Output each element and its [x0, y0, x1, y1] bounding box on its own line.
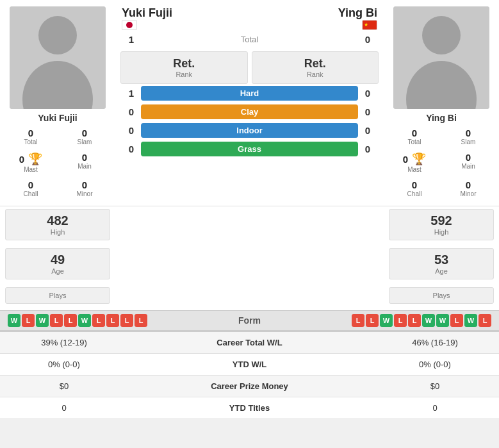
form-label: Form [238, 315, 261, 326]
right-rank-val: Ret. [256, 57, 375, 71]
comparison-layout: Yuki Fujii 0 Total 0 Slam 0 🏆 Mast [0, 0, 499, 206]
middle-column: Yuki Fujii Ying Bi 1 Total 0 R [115, 0, 384, 206]
right-minor-cell: 0 Minor [441, 178, 495, 199]
right-minor-val: 0 [441, 179, 495, 190]
form-badge-w: W [78, 314, 91, 327]
right-age-box: 53 Age [389, 248, 494, 279]
left-main-cell: 0 Main [58, 150, 111, 175]
left-hard-score: 1 [122, 88, 141, 99]
stats-row-2: $0Career Prize Money$0 [0, 376, 499, 397]
left-minor-val: 0 [58, 179, 111, 190]
right-high-val: 592 [396, 213, 487, 228]
left-player-name: Yuki Fujii [38, 113, 77, 123]
left-rank-lbl: Rank [125, 71, 243, 78]
left-player-photo [10, 6, 106, 109]
right-rank-panel: Ret. Rank [252, 51, 379, 84]
stats-right-3: 0 [371, 397, 499, 419]
form-badge-w: W [436, 314, 449, 327]
right-total-score: 0 [358, 34, 377, 45]
right-minor-lbl: Minor [441, 190, 495, 197]
left-plays-box: Plays [5, 287, 110, 304]
form-badge-w: W [464, 314, 477, 327]
hard-surface-row: 1 Hard 0 [115, 84, 384, 103]
stats-table: 39% (12-19)Career Total W/L46% (16-19)0%… [0, 332, 499, 419]
stats-left-2: $0 [0, 376, 128, 397]
right-chall-cell: 0 Chall [388, 178, 441, 199]
stats-right-0: 46% (16-19) [371, 332, 499, 354]
clay-surface-row: 0 Clay 0 [115, 103, 384, 121]
left-main-lbl: Main [58, 163, 111, 170]
clay-surface-badge: Clay [141, 104, 358, 119]
right-main-val: 0 [441, 152, 495, 163]
right-mast-lbl: Mast [388, 166, 441, 173]
right-clay-score: 0 [358, 106, 377, 117]
right-grass-score: 0 [358, 144, 377, 154]
china-flag-icon [362, 20, 377, 30]
left-slam-cell: 0 Slam [58, 126, 111, 147]
total-surface-row: 1 Total 0 [115, 33, 384, 46]
left-stats-bot: 0 Chall 0 Minor [4, 178, 111, 199]
form-badge-w: W [8, 314, 20, 327]
stats-row-3: 0YTD Titles0 [0, 397, 499, 419]
right-player-name: Ying Bi [426, 113, 457, 123]
form-badge-l: L [450, 314, 463, 327]
form-badge-l: L [106, 314, 119, 327]
stats-row-0: 39% (12-19)Career Total W/L46% (16-19) [0, 332, 499, 354]
form-badge-l: L [135, 314, 147, 327]
right-slam-cell: 0 Slam [441, 126, 495, 147]
form-badge-l: L [50, 314, 63, 327]
right-high-box: 592 High [389, 209, 494, 240]
right-total-val: 0 [388, 128, 441, 138]
stats-center-3: YTD Titles [128, 397, 371, 419]
left-header-block: Yuki Fujii [122, 6, 172, 30]
stats-right-1: 0% (0-0) [371, 354, 499, 376]
left-high-lbl: High [12, 228, 103, 236]
left-minor-cell: 0 Minor [58, 178, 111, 199]
right-high-lbl: High [396, 228, 487, 236]
form-badge-l: L [408, 314, 421, 327]
right-stats-bot: 0 Chall 0 Minor [388, 178, 495, 199]
left-mast-val: 0 [19, 154, 24, 165]
stats-left-1: 0% (0-0) [0, 354, 128, 376]
right-plays-lbl: Plays [396, 292, 487, 299]
stats-center-1: YTD W/L [128, 354, 371, 376]
left-slam-val: 0 [58, 128, 111, 138]
stats-left-3: 0 [0, 397, 128, 419]
left-form-badges: WLWLLWLLLL [8, 314, 147, 327]
left-total-lbl: Total [4, 138, 58, 145]
left-name-header: Yuki Fujii [122, 6, 172, 20]
surface-rows: 1 Hard 0 0 Clay 0 0 Indoor 0 0 Grass [115, 84, 384, 158]
indoor-surface-row: 0 Indoor 0 [115, 121, 384, 140]
right-age-lbl: Age [396, 267, 487, 275]
right-plays-box: Plays [389, 287, 494, 304]
svg-point-1 [38, 16, 77, 54]
right-chall-lbl: Chall [388, 190, 441, 197]
right-trophy-row: 0 🏆 [388, 152, 441, 166]
left-chall-val: 0 [4, 179, 58, 190]
stats-left-0: 39% (12-19) [0, 332, 128, 354]
left-chall-lbl: Chall [4, 190, 58, 197]
left-total-score: 1 [122, 34, 141, 45]
left-mast-cell: 0 🏆 Mast [4, 150, 58, 175]
form-badge-l: L [394, 314, 407, 327]
left-main-val: 0 [58, 152, 111, 163]
japan-flag-icon [122, 20, 137, 30]
left-trophy-icon: 🏆 [28, 152, 42, 166]
left-age-val: 49 [12, 253, 103, 267]
grass-surface-badge: Grass [141, 142, 358, 156]
right-header-block: Ying Bi [338, 6, 377, 30]
left-plays-lbl: Plays [12, 292, 103, 299]
form-badge-l: L [92, 314, 105, 327]
form-badge-l: L [64, 314, 77, 327]
left-rank-val: Ret. [125, 57, 243, 71]
form-badge-l: L [120, 314, 133, 327]
indoor-surface-badge: Indoor [141, 123, 358, 138]
svg-point-4 [422, 16, 461, 54]
left-high-box: 482 High [5, 209, 110, 240]
left-player-column: Yuki Fujii 0 Total 0 Slam 0 🏆 Mast [0, 0, 115, 206]
stats-right-2: $0 [371, 376, 499, 397]
right-total-lbl: Total [388, 138, 441, 145]
form-badge-l: L [479, 314, 491, 327]
stats-row-1: 0% (0-0)YTD W/L0% (0-0) [0, 354, 499, 376]
right-slam-val: 0 [441, 128, 495, 138]
